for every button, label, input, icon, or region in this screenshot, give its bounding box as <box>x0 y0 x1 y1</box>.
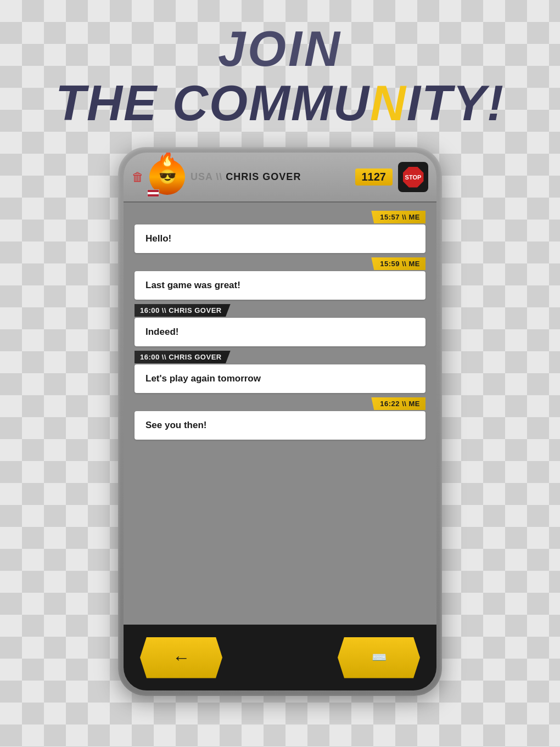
message-label: 15:59 \\ ME <box>135 257 425 270</box>
title-line1: JOIN <box>55 22 505 76</box>
bottom-nav: ← ⌨️ <box>124 625 436 690</box>
message-badge-4: 16:00 \\ CHRIS GOVER <box>135 351 231 363</box>
keyboard-button[interactable]: ⌨️ <box>338 637 420 678</box>
message-badge-3: 16:00 \\ CHRIS GOVER <box>135 304 231 317</box>
user-info: USA \\ CHRIS GOVER <box>191 171 350 183</box>
phone-inner: 🗑 🔥 😎 USA \\ CHRIS GOVER 1127 <box>124 153 436 690</box>
stop-sign: STOP <box>403 167 424 188</box>
stop-label: STOP <box>405 174 422 181</box>
stop-button[interactable]: STOP <box>398 162 428 192</box>
message-bubble-2: Last game was great! <box>135 271 425 300</box>
highlight-letter: N <box>370 76 407 131</box>
display-name: CHRIS GOVER <box>226 171 301 182</box>
title-line2: THE COMMUNITY! <box>55 76 505 131</box>
back-button[interactable]: ← <box>140 637 222 678</box>
message-bubble-4: Let's play again tomorrow <box>135 364 425 393</box>
keyboard-icon: ⌨️ <box>372 650 387 665</box>
chat-area: 15:57 \\ ME Hello! 15:59 \\ ME Last game… <box>124 203 436 625</box>
message-label: 16:00 \\ CHRIS GOVER <box>135 351 425 363</box>
trash-icon[interactable]: 🗑 <box>132 170 144 184</box>
chat-header: 🗑 🔥 😎 USA \\ CHRIS GOVER 1127 <box>124 153 436 203</box>
avatar-face: 😎 <box>159 169 176 186</box>
message-group: 15:57 \\ ME Hello! <box>135 211 425 253</box>
country: USA \\ <box>191 171 222 182</box>
message-bubble-5: See you then! <box>135 411 425 440</box>
phone-frame: 🗑 🔥 😎 USA \\ CHRIS GOVER 1127 <box>118 147 442 696</box>
username: USA \\ CHRIS GOVER <box>191 171 350 183</box>
message-group: 16:00 \\ CHRIS GOVER Indeed! <box>135 304 425 346</box>
message-label: 16:22 \\ ME <box>135 397 425 410</box>
page-title: JOIN THE COMMUNITY! <box>55 22 505 131</box>
message-group: 16:22 \\ ME See you then! <box>135 397 425 440</box>
message-badge-2: 15:59 \\ ME <box>371 257 425 270</box>
avatar: 🔥 😎 <box>149 159 185 195</box>
message-bubble-3: Indeed! <box>135 318 425 346</box>
flame-icon: 🔥 <box>158 153 177 167</box>
message-label: 15:57 \\ ME <box>135 211 425 223</box>
message-badge-1: 15:57 \\ ME <box>371 211 425 223</box>
message-group: 16:00 \\ CHRIS GOVER Let's play again to… <box>135 351 425 393</box>
message-label: 16:00 \\ CHRIS GOVER <box>135 304 425 317</box>
back-arrow-icon: ← <box>172 648 190 668</box>
message-badge-5: 16:22 \\ ME <box>371 397 425 410</box>
flag-icon <box>147 189 159 197</box>
message-bubble-1: Hello! <box>135 224 425 253</box>
message-group: 15:59 \\ ME Last game was great! <box>135 257 425 300</box>
score-badge: 1127 <box>355 169 393 186</box>
